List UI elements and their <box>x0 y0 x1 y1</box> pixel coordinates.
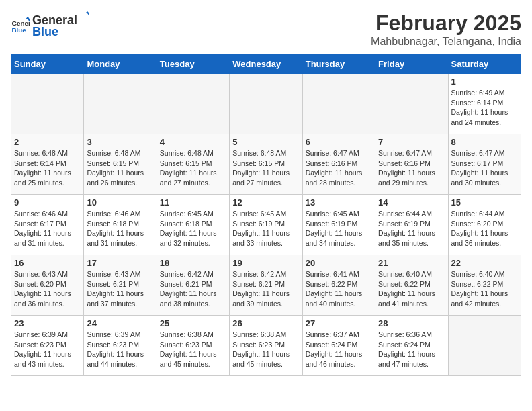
calendar-cell: 26Sunrise: 6:38 AM Sunset: 6:23 PM Dayli… <box>230 316 302 376</box>
calendar-cell: 28Sunrise: 6:36 AM Sunset: 6:24 PM Dayli… <box>375 316 448 376</box>
day-info: Sunrise: 6:36 AM Sunset: 6:24 PM Dayligh… <box>378 330 445 369</box>
calendar-cell: 4Sunrise: 6:48 AM Sunset: 6:15 PM Daylig… <box>157 134 229 195</box>
day-info: Sunrise: 6:46 AM Sunset: 6:17 PM Dayligh… <box>14 209 81 248</box>
day-info: Sunrise: 6:46 AM Sunset: 6:18 PM Dayligh… <box>87 209 153 248</box>
day-number: 12 <box>232 197 299 208</box>
logo-icon: General Blue <box>11 15 30 34</box>
logo: General Blue General Blue <box>11 11 91 39</box>
calendar-cell: 10Sunrise: 6:46 AM Sunset: 6:18 PM Dayli… <box>84 195 157 255</box>
calendar-cell: 22Sunrise: 6:40 AM Sunset: 6:22 PM Dayli… <box>448 255 521 316</box>
day-number: 21 <box>378 258 445 268</box>
day-info: Sunrise: 6:41 AM Sunset: 6:22 PM Dayligh… <box>306 269 372 309</box>
day-info: Sunrise: 6:44 AM Sunset: 6:19 PM Dayligh… <box>378 209 445 248</box>
calendar-cell: 7Sunrise: 6:47 AM Sunset: 6:16 PM Daylig… <box>375 134 448 195</box>
day-number: 26 <box>232 318 299 328</box>
calendar-cell: 8Sunrise: 6:47 AM Sunset: 6:17 PM Daylig… <box>448 134 521 195</box>
calendar-cell: 18Sunrise: 6:42 AM Sunset: 6:21 PM Dayli… <box>157 255 229 316</box>
calendar-header-row: SundayMondayTuesdayWednesdayThursdayFrid… <box>11 55 521 74</box>
calendar-cell: 21Sunrise: 6:40 AM Sunset: 6:22 PM Dayli… <box>375 255 448 316</box>
svg-text:Blue: Blue <box>11 26 26 34</box>
day-info: Sunrise: 6:47 AM Sunset: 6:16 PM Dayligh… <box>378 148 445 188</box>
day-number: 23 <box>14 318 81 328</box>
calendar-cell <box>157 74 229 134</box>
day-number: 8 <box>451 137 518 147</box>
day-number: 17 <box>87 258 153 268</box>
main-title: February 2025 <box>371 11 521 36</box>
day-info: Sunrise: 6:48 AM Sunset: 6:15 PM Dayligh… <box>232 148 299 188</box>
svg-marker-4 <box>85 11 89 13</box>
day-number: 10 <box>87 197 153 208</box>
calendar-cell <box>11 74 84 134</box>
calendar-cell <box>375 74 448 134</box>
weekday-header: Tuesday <box>157 55 229 74</box>
day-number: 28 <box>378 318 445 328</box>
day-info: Sunrise: 6:39 AM Sunset: 6:23 PM Dayligh… <box>87 330 153 369</box>
calendar-cell <box>230 74 302 134</box>
day-info: Sunrise: 6:48 AM Sunset: 6:14 PM Dayligh… <box>14 148 81 188</box>
day-info: Sunrise: 6:43 AM Sunset: 6:21 PM Dayligh… <box>87 269 153 309</box>
day-number: 4 <box>160 137 226 147</box>
day-number: 25 <box>160 318 226 328</box>
calendar-week-row: 9Sunrise: 6:46 AM Sunset: 6:17 PM Daylig… <box>11 195 521 255</box>
svg-marker-5 <box>87 13 89 16</box>
day-number: 15 <box>451 197 518 208</box>
calendar-cell: 19Sunrise: 6:42 AM Sunset: 6:21 PM Dayli… <box>230 255 302 316</box>
day-number: 6 <box>306 137 372 147</box>
calendar-cell: 12Sunrise: 6:45 AM Sunset: 6:19 PM Dayli… <box>230 195 302 255</box>
day-info: Sunrise: 6:45 AM Sunset: 6:19 PM Dayligh… <box>232 209 299 248</box>
calendar-cell: 2Sunrise: 6:48 AM Sunset: 6:14 PM Daylig… <box>11 134 84 195</box>
calendar-body: 1Sunrise: 6:49 AM Sunset: 6:14 PM Daylig… <box>11 74 521 376</box>
calendar-week-row: 1Sunrise: 6:49 AM Sunset: 6:14 PM Daylig… <box>11 74 521 134</box>
calendar-cell: 24Sunrise: 6:39 AM Sunset: 6:23 PM Dayli… <box>84 316 157 376</box>
day-number: 16 <box>14 258 81 268</box>
title-section: February 2025 Mahbubnagar, Telangana, In… <box>371 11 521 48</box>
calendar-cell: 1Sunrise: 6:49 AM Sunset: 6:14 PM Daylig… <box>448 74 521 134</box>
day-number: 7 <box>378 137 445 147</box>
calendar-cell: 15Sunrise: 6:44 AM Sunset: 6:20 PM Dayli… <box>448 195 521 255</box>
weekday-header: Friday <box>375 55 448 74</box>
calendar-cell: 11Sunrise: 6:45 AM Sunset: 6:18 PM Dayli… <box>157 195 229 255</box>
weekday-header: Saturday <box>448 55 521 74</box>
calendar-table: SundayMondayTuesdayWednesdayThursdayFrid… <box>11 54 521 376</box>
calendar-cell: 14Sunrise: 6:44 AM Sunset: 6:19 PM Dayli… <box>375 195 448 255</box>
day-info: Sunrise: 6:48 AM Sunset: 6:15 PM Dayligh… <box>160 148 226 188</box>
calendar-cell: 9Sunrise: 6:46 AM Sunset: 6:17 PM Daylig… <box>11 195 84 255</box>
day-number: 3 <box>87 137 153 147</box>
calendar-cell: 6Sunrise: 6:47 AM Sunset: 6:16 PM Daylig… <box>302 134 375 195</box>
weekday-header: Sunday <box>11 55 84 74</box>
day-info: Sunrise: 6:48 AM Sunset: 6:15 PM Dayligh… <box>87 148 153 188</box>
day-number: 22 <box>451 258 518 268</box>
calendar-cell <box>302 74 375 134</box>
day-info: Sunrise: 6:39 AM Sunset: 6:23 PM Dayligh… <box>14 330 81 369</box>
day-info: Sunrise: 6:44 AM Sunset: 6:20 PM Dayligh… <box>451 209 518 248</box>
day-info: Sunrise: 6:38 AM Sunset: 6:23 PM Dayligh… <box>232 330 299 369</box>
day-info: Sunrise: 6:45 AM Sunset: 6:19 PM Dayligh… <box>306 209 372 248</box>
calendar-cell: 20Sunrise: 6:41 AM Sunset: 6:22 PM Dayli… <box>302 255 375 316</box>
day-info: Sunrise: 6:47 AM Sunset: 6:16 PM Dayligh… <box>306 148 372 188</box>
calendar-cell: 23Sunrise: 6:39 AM Sunset: 6:23 PM Dayli… <box>11 316 84 376</box>
calendar-week-row: 16Sunrise: 6:43 AM Sunset: 6:20 PM Dayli… <box>11 255 521 316</box>
weekday-header: Thursday <box>302 55 375 74</box>
subtitle: Mahbubnagar, Telangana, India <box>371 36 521 48</box>
day-number: 27 <box>306 318 372 328</box>
day-number: 2 <box>14 137 81 147</box>
calendar-cell: 16Sunrise: 6:43 AM Sunset: 6:20 PM Dayli… <box>11 255 84 316</box>
day-info: Sunrise: 6:40 AM Sunset: 6:22 PM Dayligh… <box>451 269 518 309</box>
day-number: 11 <box>160 197 226 208</box>
weekday-header: Monday <box>84 55 157 74</box>
day-info: Sunrise: 6:38 AM Sunset: 6:23 PM Dayligh… <box>160 330 226 369</box>
day-number: 24 <box>87 318 153 328</box>
day-number: 20 <box>306 258 372 268</box>
day-number: 18 <box>160 258 226 268</box>
day-info: Sunrise: 6:43 AM Sunset: 6:20 PM Dayligh… <box>14 269 81 309</box>
day-info: Sunrise: 6:45 AM Sunset: 6:18 PM Dayligh… <box>160 209 226 248</box>
day-info: Sunrise: 6:37 AM Sunset: 6:24 PM Dayligh… <box>306 330 372 369</box>
day-info: Sunrise: 6:49 AM Sunset: 6:14 PM Dayligh… <box>451 88 518 128</box>
calendar-cell: 3Sunrise: 6:48 AM Sunset: 6:15 PM Daylig… <box>84 134 157 195</box>
day-number: 13 <box>306 197 372 208</box>
day-number: 14 <box>378 197 445 208</box>
logo-bird-icon <box>77 11 91 24</box>
calendar-cell <box>448 316 521 376</box>
page-header: General Blue General Blue February 2025 … <box>11 11 521 48</box>
calendar-week-row: 23Sunrise: 6:39 AM Sunset: 6:23 PM Dayli… <box>11 316 521 376</box>
